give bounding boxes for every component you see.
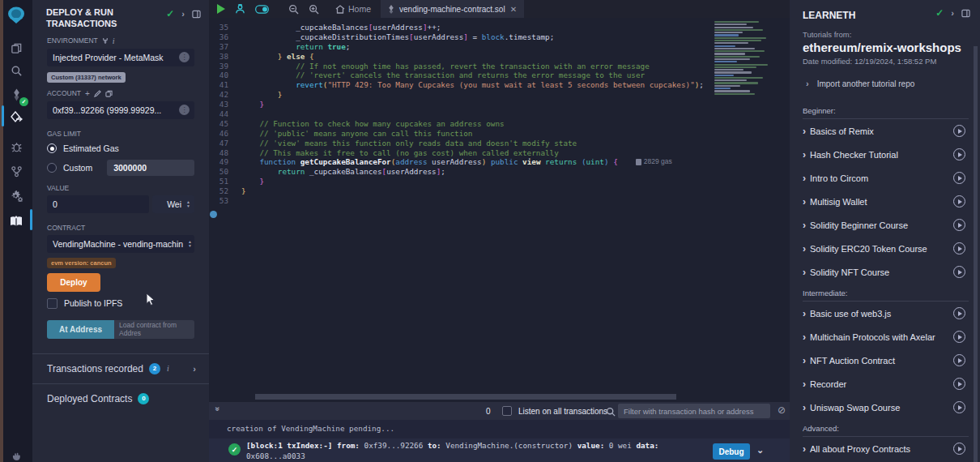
code-line[interactable]: 50 return _cupcakeBalances[userAddress]; xyxy=(209,167,790,177)
tutorial-item[interactable]: ›Intro to Circom xyxy=(803,166,969,190)
publish-ipfs-checkbox[interactable] xyxy=(47,298,58,309)
expand-tx-icon[interactable]: ⌄ xyxy=(756,445,764,456)
code-line[interactable]: 41 revert("HTTP 429: Too Many Cupcakes (… xyxy=(209,80,790,90)
horizontal-scrollbar[interactable] xyxy=(255,394,676,400)
play-tutorial-button[interactable] xyxy=(953,401,965,413)
tutorial-item[interactable]: ›Multisig Wallet xyxy=(803,190,969,213)
play-tutorial-button[interactable] xyxy=(953,242,965,255)
tutorial-item[interactable]: ›Uniswap Swap Course xyxy=(803,396,969,419)
environment-select[interactable]: Injected Provider - MetaMask ⋮ xyxy=(47,49,194,66)
learneth-scrollbar[interactable] xyxy=(974,46,978,462)
close-tab-icon[interactable]: ✕ xyxy=(510,5,517,14)
pin-learneth-icon[interactable] xyxy=(961,9,970,18)
breakpoint-dot[interactable] xyxy=(210,211,217,218)
remix-logo-icon[interactable] xyxy=(0,5,32,26)
tutorial-item[interactable]: ›Recorder xyxy=(803,372,969,396)
value-input[interactable]: 0 xyxy=(47,195,149,213)
play-tutorial-button[interactable] xyxy=(953,219,965,231)
tutorial-item[interactable]: ›Hash Checker Tutorial xyxy=(803,143,969,166)
assistant-icon[interactable] xyxy=(230,0,250,18)
tutorial-item[interactable]: ›Solidity ERC20 Token Course xyxy=(803,237,969,260)
play-tutorial-button[interactable] xyxy=(953,266,965,278)
code-line[interactable]: 53 xyxy=(209,196,790,206)
listen-all-checkbox[interactable] xyxy=(502,406,512,416)
account-settings-icon[interactable]: ⋮ xyxy=(179,105,190,115)
expand-transactions-icon[interactable]: › xyxy=(193,364,196,374)
transactions-recorded-row[interactable]: Transactions recorded 2 i › xyxy=(32,353,209,383)
environment-info-icon[interactable]: i xyxy=(113,36,115,45)
tutorial-item[interactable]: ›Solidity NFT Course xyxy=(803,260,969,284)
home-tab[interactable]: Home xyxy=(330,0,371,18)
tutorial-item[interactable]: ›Solidity Beginner Course xyxy=(803,213,969,237)
import-repo-row[interactable]: › Import another tutorial repo xyxy=(806,79,967,88)
play-tutorial-button[interactable] xyxy=(953,148,965,160)
tutorial-item[interactable]: ›All about Proxy Contracts xyxy=(803,437,969,460)
code-line[interactable]: 38 } else { xyxy=(209,52,790,62)
code-line[interactable]: 49 function getCupcakeBalanceFor(address… xyxy=(209,157,790,167)
unit-stepper-icon[interactable]: ▲▼ xyxy=(186,200,190,207)
play-tutorial-button[interactable] xyxy=(953,125,965,137)
custom-gas-input[interactable]: 3000000 xyxy=(107,160,194,176)
code-line[interactable]: 42 } xyxy=(209,90,790,100)
transaction-log-entry[interactable]: ✓ [block:1 txIndex:-] from: 0xf39...9226… xyxy=(209,438,790,462)
code-line[interactable]: 47 // 'view' means this function only re… xyxy=(209,139,790,148)
code-line[interactable]: 46 // 'public' means anyone can call thi… xyxy=(209,129,790,139)
play-tutorial-button[interactable] xyxy=(953,307,965,319)
plug-icon[interactable] xyxy=(102,37,109,45)
deployed-contracts-row[interactable]: Deployed Contracts 0 xyxy=(32,383,209,413)
at-address-button[interactable]: At Address xyxy=(47,320,114,339)
play-tutorial-button[interactable] xyxy=(953,195,965,207)
deploy-run-icon[interactable] xyxy=(0,105,32,130)
clear-terminal-icon[interactable]: ⊘ xyxy=(778,404,786,416)
code-line[interactable]: 39 // If not enough time has passed, rev… xyxy=(209,62,790,71)
code-line[interactable]: 36 _cupcakeDistributionTimes[userAddress… xyxy=(209,32,790,42)
custom-gas-radio[interactable] xyxy=(47,163,57,173)
code-line[interactable]: 40 // 'revert' cancels the transaction a… xyxy=(209,71,790,80)
tutorial-item[interactable]: ›Multichain Protocols with Axelar xyxy=(803,325,969,349)
code-line[interactable]: 44 xyxy=(209,109,790,119)
value-unit-select[interactable]: Wei ▲▼ xyxy=(152,195,194,213)
code-line[interactable]: 43 } xyxy=(209,100,790,109)
debug-button[interactable]: Debug xyxy=(713,443,750,460)
plugin-manager-icon[interactable] xyxy=(0,183,32,207)
collapse-panel-icon[interactable]: › xyxy=(181,9,185,19)
run-script-button[interactable] xyxy=(211,0,230,18)
at-address-input[interactable]: Load contract from Addres xyxy=(114,320,194,339)
tutorial-item[interactable]: ›Basics of Remix xyxy=(803,119,969,143)
deploy-button[interactable]: Deploy xyxy=(47,273,100,292)
estimated-gas-radio[interactable] xyxy=(47,143,57,153)
search-icon[interactable] xyxy=(0,58,32,83)
file-explorer-icon[interactable] xyxy=(0,36,32,60)
sign-message-icon[interactable] xyxy=(94,90,101,97)
collapse-terminal-icon[interactable]: » xyxy=(213,407,222,412)
learneth-icon[interactable] xyxy=(0,209,32,233)
play-tutorial-button[interactable] xyxy=(953,354,965,366)
debugger-icon[interactable] xyxy=(0,135,32,159)
code-line[interactable]: 35 _cupcakeBalances[userAddress]++; xyxy=(209,23,790,32)
add-account-icon[interactable]: + xyxy=(85,89,90,98)
play-tutorial-button[interactable] xyxy=(953,331,965,343)
contract-select[interactable]: VendingMachine - vending-machin ▲▼ xyxy=(47,235,194,253)
toggle-switch-icon[interactable] xyxy=(250,0,274,18)
code-line[interactable]: 45 // Function to check how many cupcake… xyxy=(209,119,790,129)
tutorial-item[interactable]: ›Basic use of web3.js xyxy=(803,302,969,325)
play-tutorial-button[interactable] xyxy=(953,378,965,390)
environment-settings-icon[interactable]: ⋮ xyxy=(179,52,190,62)
tutorial-item[interactable]: ›NFT Auction Contract xyxy=(803,349,969,372)
code-line[interactable]: 48 // This makes it free to call (no gas… xyxy=(209,148,790,158)
terminal-filter-input[interactable]: Filter with transaction hash or address xyxy=(618,404,770,418)
grab-hand-icon[interactable] xyxy=(0,444,32,462)
tab-vending-machine-contract[interactable]: vending-machine-contract.sol ✕ xyxy=(381,0,524,18)
code-editor[interactable]: 35 _cupcakeBalances[userAddress]++;36 _c… xyxy=(209,18,790,402)
solidity-compiler-icon[interactable]: ✓ xyxy=(0,83,32,107)
account-select[interactable]: 0xf39...92266 (9999.99929... ⋮ xyxy=(47,101,194,119)
copy-account-icon[interactable] xyxy=(105,90,113,97)
transactions-info-icon[interactable]: i xyxy=(167,364,169,373)
code-line[interactable]: 37 return true; xyxy=(209,42,790,52)
code-line[interactable]: 52} xyxy=(209,186,790,196)
code-line[interactable]: 51 } xyxy=(209,177,790,186)
zoom-in-icon[interactable] xyxy=(304,0,324,18)
pin-panel-icon[interactable] xyxy=(192,10,201,19)
minimap[interactable] xyxy=(714,21,776,99)
git-branch-icon[interactable] xyxy=(0,159,32,183)
